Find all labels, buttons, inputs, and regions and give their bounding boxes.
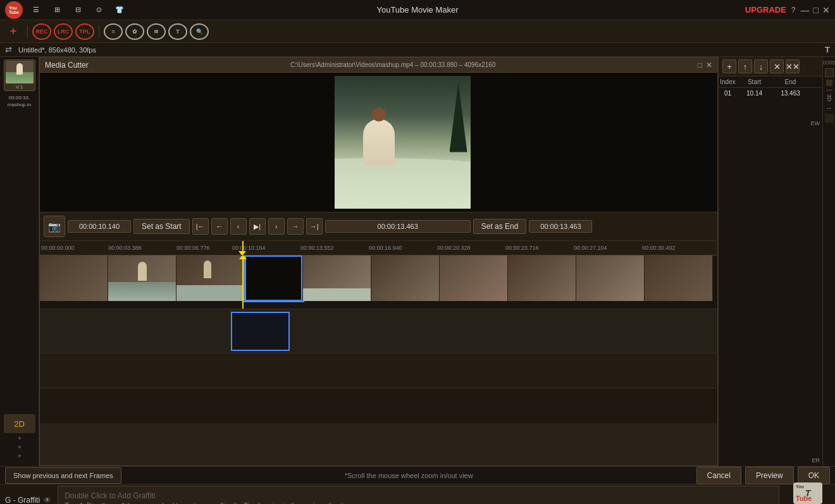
scroll-hint-text: *Scroll the mouse wheel zoom in/out view bbox=[345, 472, 473, 479]
video-clip-thumbnail[interactable]: V:1 bbox=[4, 59, 35, 91]
you-text: You bbox=[796, 484, 804, 489]
frame-9 bbox=[645, 255, 713, 301]
time-mark-2: 00:00:06.776 bbox=[176, 245, 210, 251]
flower-button[interactable]: ✿ bbox=[125, 23, 144, 40]
toolbar: + REC LRC TPL ≡ ✿ ≋ T 🔍 bbox=[0, 20, 835, 43]
color-swatch[interactable] bbox=[825, 68, 834, 77]
bottom-action-bar: Show previous and next Frames *Scroll th… bbox=[0, 466, 835, 484]
nav-fwd-large[interactable]: → bbox=[287, 218, 304, 235]
track-lane-2[interactable] bbox=[40, 353, 717, 388]
frame-4 bbox=[303, 255, 371, 301]
close-btn[interactable]: ✕ bbox=[822, 5, 830, 15]
small-swatch bbox=[826, 80, 832, 86]
start-time-input[interactable] bbox=[68, 220, 131, 233]
upgrade-button[interactable]: UPGRADE bbox=[745, 5, 786, 15]
ok-button[interactable]: OK bbox=[798, 467, 830, 484]
nav-go-start[interactable]: |← bbox=[192, 218, 209, 235]
expand-icon[interactable]: ↔ bbox=[826, 104, 832, 111]
lrc-button[interactable]: LRC bbox=[54, 23, 73, 40]
delete-cut-button[interactable]: ✕ bbox=[770, 59, 784, 73]
graffiti-input-area[interactable]: Double Click to Add Graffiti Tips: 1. Di… bbox=[58, 486, 779, 505]
nav-back-large[interactable]: ← bbox=[211, 218, 228, 235]
frame-5 bbox=[371, 255, 440, 301]
video-preview bbox=[40, 73, 717, 212]
set-start-button[interactable]: Set as Start bbox=[133, 219, 190, 234]
frame-3-selected bbox=[245, 255, 303, 301]
set-end-button[interactable]: Set as End bbox=[473, 219, 527, 234]
frame-0 bbox=[40, 255, 108, 301]
tips-text: Tips: 1. Directly scroll the mouse wheel… bbox=[65, 502, 772, 505]
frame-8 bbox=[576, 255, 645, 301]
col-start: Start bbox=[737, 78, 772, 85]
menu-icon-btn[interactable]: ☰ bbox=[27, 1, 46, 19]
nav-go-end[interactable]: →| bbox=[306, 218, 323, 235]
eq-button[interactable]: ≋ bbox=[147, 23, 166, 40]
app-title: YouTube Movie Maker bbox=[376, 5, 458, 15]
plus-icon-1[interactable]: ＋ bbox=[15, 437, 24, 443]
show-frames-button[interactable]: Show previous and next Frames bbox=[5, 467, 121, 484]
file-info-text: Untitled*, 856x480, 30fps bbox=[18, 46, 96, 54]
frame-7 bbox=[508, 255, 576, 301]
add-media-button[interactable]: + bbox=[4, 23, 23, 40]
graffiti-placeholder: Double Click to Add Graffiti bbox=[65, 491, 772, 500]
snapshot-button[interactable]: 📷 bbox=[44, 216, 65, 237]
cut-start-1: 10.14 bbox=[737, 90, 772, 97]
minimize-btn[interactable]: — bbox=[801, 5, 810, 15]
track-lane-3[interactable] bbox=[40, 388, 717, 423]
playhead-head bbox=[239, 255, 247, 259]
end-time-input[interactable] bbox=[529, 220, 592, 233]
top-bar: YouTube ☰ ⊞ ⊟ ⊙ 👕 YouTube Movie Maker UP… bbox=[0, 0, 835, 20]
color-block bbox=[825, 114, 834, 123]
shirt-btn[interactable]: 👕 bbox=[110, 1, 129, 19]
frame-strip[interactable] bbox=[40, 255, 717, 309]
app-logo: YouTube bbox=[5, 1, 23, 19]
youtube-icon: You T Tube bbox=[793, 482, 822, 504]
cut-row-1[interactable]: 01 10.14 13.463 bbox=[719, 88, 822, 99]
help-icon[interactable]: ? bbox=[791, 6, 796, 15]
layout-btn[interactable]: ⊟ bbox=[68, 1, 87, 19]
cut-end-1: 13.463 bbox=[773, 90, 808, 97]
youtube-publish-button[interactable]: You T Tube P PUBLISH bbox=[786, 484, 830, 505]
preview-button[interactable]: Preview bbox=[745, 467, 794, 484]
grid-btn[interactable]: ⊞ bbox=[47, 1, 66, 19]
far-right-panel: 0000 3D ↔ bbox=[822, 57, 835, 466]
window-controls: □ ✕ bbox=[698, 61, 712, 70]
time-mark-1: 00:00:03.388 bbox=[108, 245, 142, 251]
list-button[interactable]: ≡ bbox=[104, 23, 123, 40]
er-label: ER bbox=[719, 455, 822, 466]
cut-list-panel: + ↑ ↓ ✕ ✕✕ Index Start End 01 10.14 13.4… bbox=[718, 57, 822, 466]
mid-time-input[interactable] bbox=[325, 220, 471, 233]
plus-icon-2[interactable]: ＋ bbox=[15, 446, 24, 452]
media-cutter-title: Media Cutter bbox=[45, 61, 89, 70]
text-button[interactable]: T bbox=[168, 23, 187, 40]
search-top-btn[interactable]: ⊙ bbox=[89, 1, 108, 19]
time-mark-7: 00:00:23.716 bbox=[505, 245, 539, 251]
delete-all-cuts-button[interactable]: ✕✕ bbox=[786, 59, 800, 73]
cutter-close-icon[interactable]: ✕ bbox=[706, 61, 712, 70]
search-button[interactable]: 🔍 bbox=[190, 23, 209, 40]
nav-play-pause[interactable]: ▶| bbox=[249, 218, 266, 235]
nav-fwd-small[interactable]: › bbox=[268, 218, 285, 235]
media-cutter-header: Media Cutter C:\Users\Administrator\Vide… bbox=[40, 58, 717, 73]
visibility-icon[interactable]: 👁 bbox=[44, 496, 51, 505]
nav-arrows-icon: ⇄ bbox=[5, 45, 12, 54]
file-info-bar: ⇄ Untitled*, 856x480, 30fps T bbox=[0, 43, 835, 57]
playhead-ruler bbox=[242, 241, 244, 255]
tpl-button[interactable]: TPL bbox=[75, 23, 94, 40]
maximize-btn[interactable]: □ bbox=[813, 5, 819, 15]
text-tool-icon: T bbox=[825, 45, 830, 54]
time-mark-4: 00:00:13.552 bbox=[300, 245, 334, 251]
graffiti-bar: G - Graffiti 👁 Double Click to Add Graff… bbox=[0, 484, 835, 504]
frame-2 bbox=[176, 255, 245, 301]
add-cut-button[interactable]: + bbox=[722, 59, 736, 73]
rec-button[interactable]: REC bbox=[32, 23, 51, 40]
move-down-button[interactable]: ↓ bbox=[754, 59, 768, 73]
move-up-button[interactable]: ↑ bbox=[738, 59, 752, 73]
track-lane-1[interactable] bbox=[40, 309, 717, 353]
2d-mode-btn[interactable]: 2D bbox=[4, 414, 35, 433]
plus-icon-3[interactable]: ＋ bbox=[15, 455, 24, 461]
cancel-button[interactable]: Cancel bbox=[696, 467, 741, 484]
graffiti-label: G - Graffiti bbox=[5, 496, 40, 505]
nav-back-small[interactable]: ‹ bbox=[230, 218, 247, 235]
cutter-maximize-icon[interactable]: □ bbox=[698, 61, 702, 70]
